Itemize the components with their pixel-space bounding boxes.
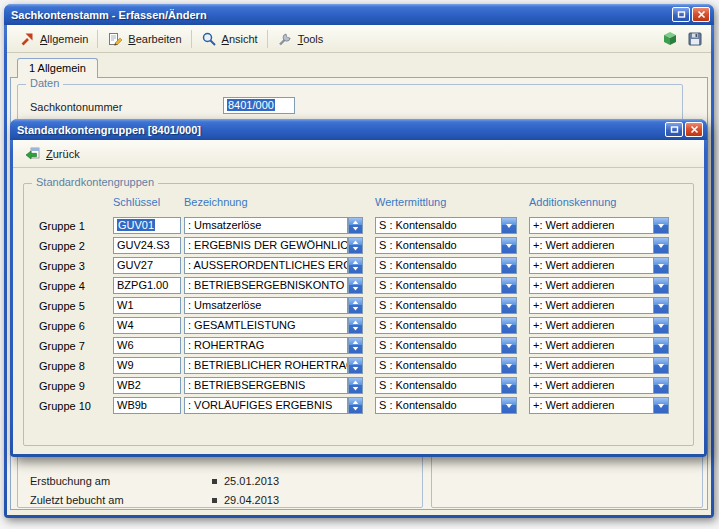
lookup-button[interactable] xyxy=(348,297,363,314)
table-row: Gruppe 5 W1 : Umsatzerlöse S : Kontensal… xyxy=(24,297,693,317)
schluessel-input[interactable]: WB2 xyxy=(113,377,181,394)
additionskennung-select[interactable]: +: Wert addieren xyxy=(529,377,669,394)
schluessel-input[interactable]: W4 xyxy=(113,317,181,334)
table-row: Gruppe 9 WB2 : BETRIEBSERGEBNIS S : Kont… xyxy=(24,377,693,397)
additionskennung-select[interactable]: +: Wert addieren xyxy=(529,237,669,254)
dialog-window-controls xyxy=(665,122,703,137)
close-icon xyxy=(697,10,706,19)
additionskennung-select[interactable]: +: Wert addieren xyxy=(529,277,669,294)
screen: Sachkontenstamm - Erfassen/Ändern Allgem… xyxy=(0,0,719,529)
schluessel-input[interactable]: GUV01 xyxy=(113,217,181,234)
column-header-wertermittlung: Wertermittlung xyxy=(375,196,446,208)
menu-ansicht[interactable]: Ansicht xyxy=(197,29,262,49)
dropdown-arrow-icon xyxy=(501,258,516,273)
additionskennung-select[interactable]: +: Wert addieren xyxy=(529,337,669,354)
bezeichnung-input[interactable]: : ERGEBNIS DER GEWÖHNLICHEN GES xyxy=(184,237,348,254)
wertermittlung-select[interactable]: S : Kontensaldo xyxy=(375,397,517,414)
menu-tools[interactable]: Tools xyxy=(273,29,328,49)
dropdown-arrow-icon xyxy=(653,298,668,313)
row-label: Gruppe 2 xyxy=(39,240,85,252)
dropdown-arrow-icon xyxy=(501,338,516,353)
lookup-button[interactable] xyxy=(348,217,363,234)
value-marker-icon xyxy=(212,498,217,503)
close-icon xyxy=(690,125,699,134)
bezeichnung-input[interactable]: : Umsatzerlöse xyxy=(184,217,348,234)
dropdown-arrow-icon xyxy=(501,298,516,313)
schluessel-input[interactable]: WB9b xyxy=(113,397,181,414)
back-button[interactable]: Zurück xyxy=(21,144,84,164)
schluessel-input[interactable]: GUV27 xyxy=(113,257,181,274)
cube-icon[interactable] xyxy=(662,31,678,47)
zuletzt-bebucht-value: 29.04.2013 xyxy=(224,494,279,506)
row-label: Gruppe 4 xyxy=(39,280,85,292)
wertermittlung-select[interactable]: S : Kontensaldo xyxy=(375,317,517,334)
close-button[interactable] xyxy=(692,7,710,22)
table-row: Gruppe 6 W4 : GESAMTLEISTUNG S : Kontens… xyxy=(24,317,693,337)
wertermittlung-select[interactable]: S : Kontensaldo xyxy=(375,277,517,294)
row-label: Gruppe 10 xyxy=(39,400,91,412)
tab-allgemein[interactable]: 1 Allgemein xyxy=(17,58,98,78)
dialog-client: Zurück Standardkontengruppen Schlüssel B… xyxy=(13,140,704,454)
lookup-button[interactable] xyxy=(348,317,363,334)
daten-group-label: Daten xyxy=(26,77,63,89)
lookup-button[interactable] xyxy=(348,397,363,414)
menu-bearbeiten[interactable]: Bearbeiten xyxy=(103,29,185,49)
lookup-button[interactable] xyxy=(348,277,363,294)
lookup-button[interactable] xyxy=(348,237,363,254)
save-icon[interactable] xyxy=(687,31,703,47)
column-header-bezeichnung: Bezeichnung xyxy=(184,196,248,208)
sachkontonummer-label: Sachkontonummer xyxy=(30,101,122,113)
wertermittlung-select[interactable]: S : Kontensaldo xyxy=(375,237,517,254)
value-marker-icon xyxy=(212,479,217,484)
dropdown-arrow-icon xyxy=(501,318,516,333)
menu-allgemein[interactable]: Allgemein xyxy=(15,29,92,49)
wertermittlung-select[interactable]: S : Kontensaldo xyxy=(375,297,517,314)
dropdown-arrow-icon xyxy=(501,238,516,253)
wertermittlung-select[interactable]: S : Kontensaldo xyxy=(375,337,517,354)
dropdown-arrow-icon xyxy=(501,358,516,373)
sachkontonummer-input[interactable]: 8401/000 xyxy=(223,97,295,114)
additionskennung-select[interactable]: +: Wert addieren xyxy=(529,257,669,274)
table-row: Gruppe 10 WB9b : VORLÄUFIGES ERGEBNIS S … xyxy=(24,397,693,417)
row-label: Gruppe 5 xyxy=(39,300,85,312)
wertermittlung-select[interactable]: S : Kontensaldo xyxy=(375,257,517,274)
lookup-button[interactable] xyxy=(348,337,363,354)
bezeichnung-input[interactable]: : BETRIEBLICHER ROHERTRAG xyxy=(184,357,348,374)
tab-allgemein-label: 1 Allgemein xyxy=(29,62,86,74)
schluessel-input[interactable]: W6 xyxy=(113,337,181,354)
dropdown-arrow-icon xyxy=(653,318,668,333)
lookup-button[interactable] xyxy=(348,357,363,374)
schluessel-input[interactable]: BZPG1.00 xyxy=(113,277,181,294)
wertermittlung-select[interactable]: S : Kontensaldo xyxy=(375,357,517,374)
bezeichnung-input[interactable]: : VORLÄUFIGES ERGEBNIS xyxy=(184,397,348,414)
bezeichnung-input[interactable]: : ROHERTRAG xyxy=(184,337,348,354)
bezeichnung-input[interactable]: : GESAMTLEISTUNG xyxy=(184,317,348,334)
additionskennung-select[interactable]: +: Wert addieren xyxy=(529,217,669,234)
additionskennung-select[interactable]: +: Wert addieren xyxy=(529,297,669,314)
schluessel-input[interactable]: W1 xyxy=(113,297,181,314)
bezeichnung-input[interactable]: : Umsatzerlöse xyxy=(184,297,348,314)
additionskennung-select[interactable]: +: Wert addieren xyxy=(529,357,669,374)
lookup-button[interactable] xyxy=(348,377,363,394)
main-titlebar: Sachkontenstamm - Erfassen/Ändern xyxy=(4,4,714,25)
minimize-icon xyxy=(670,125,679,134)
dropdown-arrow-icon xyxy=(653,378,668,393)
dialog-close-button[interactable] xyxy=(685,122,703,137)
dialog-minimize-button[interactable] xyxy=(665,122,683,137)
wertermittlung-select[interactable]: S : Kontensaldo xyxy=(375,377,517,394)
menu-ansicht-label: Ansicht xyxy=(222,33,258,45)
lookup-button[interactable] xyxy=(348,257,363,274)
schluessel-input[interactable]: W9 xyxy=(113,357,181,374)
erstbuchung-label: Erstbuchung am xyxy=(30,475,110,487)
bezeichnung-input[interactable]: : AUSSERORDENTLICHES ERGEBNIS xyxy=(184,257,348,274)
dropdown-arrow-icon xyxy=(653,218,668,233)
dialog-title: Standardkontengruppen [8401/000] xyxy=(17,124,665,136)
zuletzt-bebucht-label: Zuletzt bebucht am xyxy=(30,494,124,506)
additionskennung-select[interactable]: +: Wert addieren xyxy=(529,317,669,334)
schluessel-input[interactable]: GUV24.S3 xyxy=(113,237,181,254)
bezeichnung-input[interactable]: : BETRIEBSERGEBNISKONTO xyxy=(184,277,348,294)
additionskennung-select[interactable]: +: Wert addieren xyxy=(529,397,669,414)
minimize-button[interactable] xyxy=(672,7,690,22)
bezeichnung-input[interactable]: : BETRIEBSERGEBNIS xyxy=(184,377,348,394)
wertermittlung-select[interactable]: S : Kontensaldo xyxy=(375,217,517,234)
